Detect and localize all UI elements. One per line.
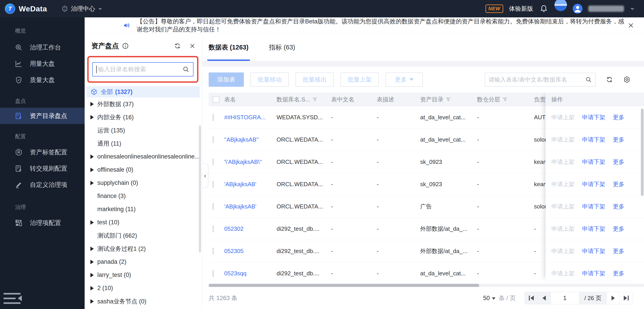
tree-node[interactable]: 测试业务过程1 (2) xyxy=(87,242,200,255)
expand-arrow-icon[interactable] xyxy=(90,155,94,159)
tree-node[interactable]: 2 (10) xyxy=(87,281,200,295)
tree-node[interactable]: marketing (11) xyxy=(87,203,200,216)
row-more-link[interactable]: 更多 xyxy=(613,247,624,255)
expand-arrow-icon[interactable] xyxy=(90,115,94,120)
row-checkbox[interactable] xyxy=(213,136,214,143)
tree-node[interactable]: panada (2) xyxy=(87,255,200,268)
tab-指标 (63)[interactable]: 指标 (63) xyxy=(269,43,295,61)
sidebar-item-资产标签配置[interactable]: 资产标签配置 xyxy=(0,144,84,160)
tree-refresh-icon[interactable] xyxy=(174,42,181,50)
first-page-button[interactable] xyxy=(525,292,538,304)
sidebar-item-资产目录盘点[interactable]: 资产目录盘点 xyxy=(0,108,84,124)
apply-unpublish-link[interactable]: 申请下架 xyxy=(582,180,605,188)
row-checkbox[interactable] xyxy=(213,114,214,121)
notification-bell-icon[interactable] xyxy=(539,4,549,14)
tree-node[interactable]: test (10) xyxy=(87,216,200,229)
info-icon[interactable] xyxy=(122,43,129,49)
sidebar-item-治理工作台[interactable]: 治理工作台 xyxy=(0,39,84,56)
table-name-link[interactable]: '\'ABjkajksAB\'' xyxy=(224,159,276,165)
tree-collapse-icon[interactable] xyxy=(189,43,196,49)
expand-arrow-icon[interactable] xyxy=(90,168,94,172)
row-more-link[interactable]: 更多 xyxy=(613,158,624,166)
tab-数据表 (1263)[interactable]: 数据表 (1263) xyxy=(209,43,248,61)
row-more-link[interactable]: 更多 xyxy=(613,180,624,188)
row-checkbox[interactable] xyxy=(213,181,214,188)
expand-arrow-icon[interactable] xyxy=(90,260,94,264)
column-settings-gear-icon[interactable] xyxy=(623,76,631,83)
h-scrollbar-thumb[interactable] xyxy=(209,284,479,287)
tree-node[interactable]: 通用 (11) xyxy=(87,137,200,150)
select-all-checkbox[interactable] xyxy=(213,96,219,103)
table-name-link[interactable]: 'ABjkajksAB' xyxy=(224,181,276,188)
filter-funnel-icon[interactable] xyxy=(446,97,451,102)
tree-node-all[interactable]: 全部(1327) xyxy=(87,86,200,97)
table-refresh-icon[interactable] xyxy=(606,76,613,83)
username-redacted[interactable] xyxy=(588,6,624,12)
search-icon[interactable] xyxy=(182,66,190,73)
batch-move-button[interactable]: 批量移动 xyxy=(250,73,289,87)
batch-publish-button[interactable]: 批量上架 xyxy=(340,73,379,87)
filter-funnel-icon[interactable] xyxy=(502,97,508,102)
table-horizontal-scrollbar[interactable] xyxy=(209,284,644,287)
apply-publish-link[interactable]: 申请上架 xyxy=(551,180,574,188)
banner-close-icon[interactable] xyxy=(628,22,634,29)
last-page-button[interactable] xyxy=(620,292,633,304)
apply-publish-link[interactable]: 申请上架 xyxy=(551,269,574,277)
row-checkbox[interactable] xyxy=(213,270,214,277)
page-size-select[interactable]: 50 xyxy=(483,295,496,302)
table-name-link[interactable]: 'ABjkajksAB' xyxy=(224,203,276,210)
try-new-version-link[interactable]: 体验新版 xyxy=(509,5,533,13)
tree-node[interactable]: onlinesaleonlinesaleonlinesaleonline... xyxy=(87,150,200,163)
row-more-link[interactable]: 更多 xyxy=(613,269,624,277)
expand-arrow-icon[interactable] xyxy=(90,247,94,251)
apply-publish-link[interactable]: 申请上架 xyxy=(551,136,574,144)
sidebar-item-用量大盘[interactable]: 用量大盘 xyxy=(0,56,84,72)
tree-node[interactable]: larry_test (0) xyxy=(87,268,200,281)
table-name-link[interactable]: ''ABjkajksAB'' xyxy=(224,136,276,143)
panel-collapse-handle[interactable]: ‹ xyxy=(202,163,208,188)
current-page-input[interactable]: 1 xyxy=(551,292,579,304)
sidebar-item-质量大盘[interactable]: 质量大盘 xyxy=(0,72,84,88)
table-name-link[interactable]: 052305 xyxy=(224,248,276,255)
sidebar-item-治理项配置[interactable]: 治理项配置 xyxy=(0,215,84,231)
apply-unpublish-link[interactable]: 申请下架 xyxy=(582,203,605,210)
apply-publish-link[interactable]: 申请上架 xyxy=(551,247,574,255)
filter-funnel-icon[interactable] xyxy=(312,97,318,102)
apply-publish-link[interactable]: 申请上架 xyxy=(551,203,574,210)
table-search-input[interactable]: 请输入表名/表中文名/数据库名 xyxy=(484,73,596,87)
catalog-search-input[interactable]: 输入目录名称搜索 xyxy=(92,62,194,77)
apply-unpublish-link[interactable]: 申请下架 xyxy=(582,136,605,144)
expand-arrow-icon[interactable] xyxy=(90,273,94,277)
batch-remove-button[interactable]: 批量移出 xyxy=(296,73,334,87)
tree-node[interactable]: 外部数据 (37) xyxy=(87,97,200,111)
tree-scrollbar[interactable] xyxy=(199,126,201,253)
expand-arrow-icon[interactable] xyxy=(90,220,94,225)
add-table-button[interactable]: 添加表 xyxy=(209,73,244,87)
table-name-link[interactable]: 0523sqq xyxy=(224,270,276,277)
governance-center-switcher[interactable]: 治理中心 xyxy=(61,5,103,13)
tree-node[interactable]: offlinesale (0) xyxy=(87,163,200,176)
tree-node[interactable]: 测试部门 (662) xyxy=(87,229,200,242)
apply-publish-link[interactable]: 申请上架 xyxy=(551,225,574,233)
more-button[interactable]: 更多 xyxy=(386,73,423,87)
apply-publish-link[interactable]: 申请上架 xyxy=(551,114,574,121)
next-page-button[interactable] xyxy=(607,292,620,304)
apply-publish-link[interactable]: 申请上架 xyxy=(551,158,574,166)
row-checkbox[interactable] xyxy=(213,225,214,232)
expand-arrow-icon[interactable] xyxy=(90,299,94,304)
apply-unpublish-link[interactable]: 申请下架 xyxy=(582,225,605,233)
apply-unpublish-link[interactable]: 申请下架 xyxy=(582,158,605,166)
row-more-link[interactable]: 更多 xyxy=(613,225,624,233)
apply-unpublish-link[interactable]: 申请下架 xyxy=(582,114,605,121)
expand-arrow-icon[interactable] xyxy=(90,102,94,106)
table-name-link[interactable]: ##HISTOGRA... xyxy=(224,114,276,121)
brand[interactable]: T WeData xyxy=(5,4,47,14)
message-avatar[interactable] xyxy=(554,0,567,11)
user-avatar-icon[interactable] xyxy=(573,4,582,14)
tree-node[interactable]: 内部业务 (16) xyxy=(87,111,200,124)
tree-node[interactable]: finance (3) xyxy=(87,189,200,203)
row-checkbox[interactable] xyxy=(213,159,214,165)
tree-node[interactable]: 运营 (135) xyxy=(87,124,200,137)
sidebar-item-转交规则配置[interactable]: 转交规则配置 xyxy=(0,160,84,177)
expand-arrow-icon[interactable] xyxy=(90,286,94,290)
